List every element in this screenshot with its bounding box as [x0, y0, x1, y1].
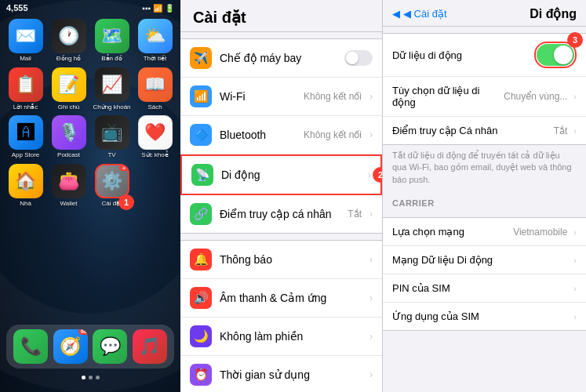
app-icon-tv: 📺 — [95, 115, 129, 150]
app-books[interactable]: 📖 Sách — [136, 67, 174, 111]
wifi-status-icon: 📶 — [153, 4, 162, 13]
settings-row-hotspot[interactable]: 🔗 Điểm truy cập cá nhân Tắt › — [180, 195, 382, 233]
bluetooth-label: Bluetooth — [220, 129, 296, 141]
app-icon-books: 📖 — [138, 67, 173, 102]
step1-badge: 1 — [118, 194, 134, 210]
app-tv[interactable]: 📺 TV — [93, 115, 131, 159]
dock-phone[interactable]: 📞 — [13, 329, 48, 364]
screentime-chevron: › — [369, 369, 373, 380]
dot-3 — [96, 376, 100, 379]
facetime-label: 4,555 — [6, 3, 28, 13]
app-wallet[interactable]: 👛 Wallet — [49, 164, 88, 208]
description-text: Tắt dữ liệu di động để truyền tất cả dữ … — [383, 145, 586, 192]
app-reminders[interactable]: 📋 Lời nhắc — [6, 67, 45, 111]
dock-messages[interactable]: 💬 — [93, 329, 127, 364]
dock-music[interactable]: 🎵 — [133, 329, 167, 364]
wifi-value: Không kết nối — [304, 91, 362, 102]
dock-safari[interactable]: 🧭 68 — [53, 329, 88, 364]
settings-section-network: ✈️ Chế độ máy bay 📶 Wi-Fi Không kết nối … — [180, 38, 382, 234]
data-options-chevron: › — [573, 92, 577, 101]
app-label-wallet: Wallet — [60, 200, 78, 208]
app-icon-empty — [138, 164, 173, 198]
app-icon-health: ❤️ — [138, 115, 173, 150]
back-button[interactable]: ◀ ◀ Cài đặt — [392, 8, 447, 20]
app-settings[interactable]: ⚙️ 3 Cài đặt 1 — [93, 164, 131, 208]
settings-row-bluetooth[interactable]: 🔷 Bluetooth Không kết nối › — [180, 116, 382, 154]
app-icon-clock: 🕐 — [52, 19, 86, 53]
data-toggle[interactable] — [537, 44, 574, 66]
app-label-home: Nhà — [20, 200, 31, 208]
app-appstore[interactable]: 🅰 App Store — [6, 115, 45, 159]
settings-row-screentime[interactable]: ⏰ Thời gian sử dụng › — [180, 356, 382, 392]
mobile-label: Di động — [221, 169, 360, 181]
app-mail[interactable]: ✉️ Mail — [6, 19, 45, 63]
settings-row-notifications[interactable]: 🔔 Thông báo › — [180, 241, 382, 279]
didong-row-options[interactable]: Tùy chọn dữ liệu di động Chuyển vùng... … — [383, 77, 586, 117]
wifi-chevron: › — [369, 91, 373, 102]
page-dots — [0, 376, 180, 379]
didong-row-sim-apps[interactable]: Ứng dụng của SIM › — [383, 303, 586, 330]
app-label-podcast: Podcast — [57, 151, 80, 159]
toggle-knob — [554, 45, 573, 64]
network-selection-value: Vietnamobile — [513, 227, 567, 238]
data-network-label: Mạng Dữ liệu Di động — [392, 254, 567, 266]
didong-row-network[interactable]: Lựa chọn mạng Vietnamobile › — [383, 218, 586, 246]
hotspot-chevron: › — [369, 209, 373, 220]
wifi-icon: 📶 — [190, 85, 212, 107]
app-clock[interactable]: 🕐 Đồng hồ — [49, 19, 88, 63]
app-podcast[interactable]: 🎙️ Podcast — [49, 115, 88, 159]
settings-row-sound[interactable]: 🔊 Âm thanh & Cảm ứng › — [180, 279, 382, 318]
settings-row-wifi[interactable]: 📶 Wi-Fi Không kết nối › — [180, 78, 382, 116]
dock-icon-safari: 🧭 68 — [53, 329, 88, 364]
signal-icon: ▪▪▪ — [142, 4, 151, 13]
app-label-maps: Bản đồ — [101, 55, 122, 63]
dnd-label: Không làm phiền — [220, 330, 362, 343]
app-label-clock: Đồng hồ — [56, 55, 81, 63]
back-chevron-icon: ◀ — [392, 8, 400, 20]
didong-section-carrier: Lựa chọn mạng Vietnamobile › Mạng Dữ liệ… — [383, 217, 586, 331]
didong-row-data-network[interactable]: Mạng Dữ liệu Di động › — [383, 246, 586, 274]
didong-row-data[interactable]: Dữ liệu di động 3 — [383, 34, 586, 77]
dot-2 — [89, 376, 93, 379]
settings-section-notifications: 🔔 Thông báo › 🔊 Âm thanh & Cảm ứng › 🌙 K… — [180, 240, 382, 392]
mobile-icon: 📡 — [191, 164, 213, 186]
app-label-weather: Thời tiết — [144, 55, 167, 63]
app-icon-stocks: 📈 — [95, 67, 129, 102]
app-health[interactable]: ❤️ Sức khoẻ — [136, 115, 174, 159]
hotspot-value: Tắt — [348, 209, 362, 220]
didong-section-top: Dữ liệu di động 3 Tùy chọn dữ liệu di độ… — [383, 33, 586, 145]
settings-row-airplane[interactable]: ✈️ Chế độ máy bay — [180, 39, 382, 78]
app-notes[interactable]: 📝 Ghi chú — [49, 67, 88, 111]
app-label-appstore: App Store — [12, 151, 40, 159]
dock-icon-phone: 📞 — [13, 329, 48, 364]
didong-panel: ◀ ◀ Cài đặt Di động Dữ liệu di động 3 — [383, 0, 586, 392]
airplane-label: Chế độ máy bay — [220, 52, 337, 64]
didong-row-pin[interactable]: PIN của SIM › — [383, 274, 586, 303]
app-stocks[interactable]: 📈 Chứng khoán — [93, 67, 131, 111]
app-icon-appstore: 🅰 — [9, 115, 43, 150]
bluetooth-value: Không kết nối — [304, 129, 362, 140]
dnd-icon: 🌙 — [190, 325, 212, 347]
data-network-chevron: › — [573, 256, 577, 265]
notifications-icon: 🔔 — [190, 249, 212, 270]
app-icon-notes: 📝 — [52, 67, 86, 102]
app-home[interactable]: 🏠 Nhà — [6, 164, 45, 208]
didong-title: Di động — [452, 6, 577, 21]
dock-icon-music: 🎵 — [133, 329, 167, 364]
app-maps[interactable]: 🗺️ Bản đồ — [93, 19, 131, 63]
data-options-label: Tùy chọn dữ liệu di động — [392, 85, 497, 108]
sound-icon: 🔊 — [190, 287, 212, 309]
carrier-label: CARRIER — [383, 192, 586, 211]
personal-hotspot-value: Tắt — [554, 125, 568, 136]
app-weather[interactable]: ⛅ Thời tiết — [136, 19, 174, 63]
app-icon-podcast: 🎙️ — [52, 115, 86, 150]
dot-1 — [82, 376, 86, 379]
didong-nav: ◀ ◀ Cài đặt Di động — [383, 0, 586, 27]
status-icons: ▪▪▪ 📶 🔋 — [142, 4, 174, 13]
settings-row-dnd[interactable]: 🌙 Không làm phiền › — [180, 318, 382, 356]
dock-icon-messages: 💬 — [93, 329, 127, 364]
bluetooth-chevron: › — [369, 129, 373, 140]
iphone-screen: 4,555 ▪▪▪ 📶 🔋 ✉️ Mail 🕐 Đồng hồ 🗺️ Bản đ… — [0, 0, 180, 392]
didong-row-hotspot[interactable]: Điểm truy cập Cá nhân Tắt › — [383, 117, 586, 144]
settings-row-mobile[interactable]: 📡 Di động › 2 — [180, 154, 382, 195]
